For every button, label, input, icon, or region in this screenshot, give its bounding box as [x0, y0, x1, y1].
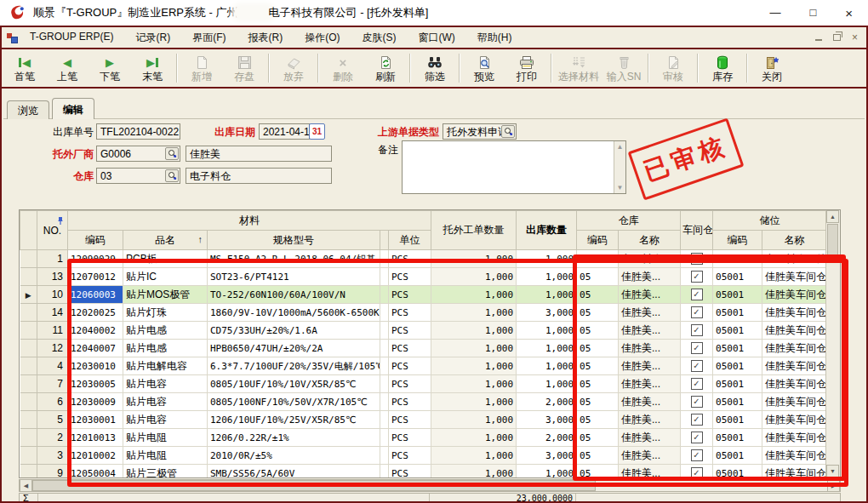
cell-wh-code[interactable]: 05 [577, 411, 619, 429]
cell-out-qty[interactable]: 3,000 [517, 447, 577, 465]
cell-name[interactable]: 贴片电容 [123, 393, 208, 411]
out-date-field[interactable]: 2021-04-15 [259, 123, 310, 140]
checkbox-checked-icon[interactable]: ✓ [691, 271, 703, 283]
checkbox-checked-icon[interactable]: ✓ [691, 360, 703, 372]
cell-code[interactable]: 12020025 [68, 304, 123, 322]
cell-name[interactable]: 贴片IC [123, 268, 208, 286]
header-wh-code[interactable]: 编码 [577, 231, 619, 250]
cell-out-qty[interactable]: 3,000 [517, 411, 577, 429]
cell-order-qty[interactable]: 1,000 [431, 375, 517, 393]
cell-wh-name[interactable]: 佳胜美... [619, 357, 681, 375]
prev-record-button[interactable]: ◀上笔 [46, 51, 89, 85]
print-button[interactable]: 打印 [505, 51, 548, 85]
cell-name[interactable]: 贴片电感 [123, 322, 208, 340]
cell-loc-name[interactable]: 佳胜美车间仓 [762, 357, 825, 375]
cell-name[interactable]: 贴片灯珠 [123, 304, 208, 322]
cell-order-qty[interactable]: 1,000 [431, 250, 517, 268]
cell-no[interactable]: 6 [37, 393, 68, 411]
cell-loc-code[interactable]: 05001 [713, 268, 762, 286]
table-row[interactable]: 412030010贴片电解电容6.3*7.7/100UF/20%/35V/电解/… [20, 357, 826, 375]
menu-item-6[interactable]: 窗口(W) [418, 31, 454, 45]
shop-warehouse-cell[interactable]: ✓ [681, 268, 713, 286]
vendor-code-field[interactable]: G0006 [96, 146, 180, 162]
cell-loc-code[interactable]: 05001 [713, 447, 762, 465]
header-narrow[interactable] [380, 231, 389, 250]
last-record-button[interactable]: ▶末笔 [131, 51, 174, 85]
cell-wh-name[interactable]: 佳胜美... [619, 411, 681, 429]
cell-out-qty[interactable]: 3,000 [517, 304, 577, 322]
cell-loc-name[interactable]: 佳胜美车间仓 [762, 304, 825, 322]
table-row[interactable]: 1212040007贴片电感HPB0650/47UH/±20%/2APCS1,0… [20, 340, 826, 357]
cell-order-qty[interactable]: 1,000 [431, 447, 517, 465]
row-indicator-cell[interactable] [20, 322, 37, 340]
cell-code[interactable]: 12090029 [68, 250, 123, 268]
cell-wh-name[interactable]: 佳胜美... [619, 268, 681, 286]
cell-loc-name[interactable]: 佳胜美车间仓 [762, 447, 825, 465]
row-indicator-cell[interactable] [20, 304, 37, 322]
row-indicator-cell[interactable] [20, 357, 37, 375]
cell-loc-code[interactable]: 05001 [713, 393, 762, 411]
cell-spec[interactable]: HPB0650/47UH/±20%/2A [208, 340, 380, 357]
scroll-down-icon[interactable]: ▼ [617, 184, 624, 191]
row-indicator-cell[interactable] [20, 250, 37, 268]
menu-item-4[interactable]: 操作(O) [305, 31, 340, 45]
narrow-cell[interactable] [380, 429, 389, 447]
cell-name[interactable]: 贴片电阻 [123, 447, 208, 465]
cell-no[interactable]: 5 [37, 411, 68, 429]
cell-loc-code[interactable]: 05001 [713, 304, 762, 322]
cell-loc-code[interactable]: 03001 [713, 250, 762, 268]
upstream-type-field[interactable]: 托外发料申请 [443, 123, 517, 140]
narrow-cell[interactable] [380, 447, 389, 465]
shop-warehouse-cell[interactable]: ✓ [681, 447, 713, 465]
checkbox-checked-icon[interactable]: ✓ [691, 378, 703, 390]
cell-spec[interactable]: 0805/10UF/10%/10V/X5R/85℃ [208, 375, 380, 393]
warehouse-code-field[interactable]: 03 [96, 168, 180, 184]
cell-code[interactable]: 12030005 [68, 375, 123, 393]
remark-textarea[interactable]: ▲ ▼ [402, 140, 626, 194]
cell-loc-name[interactable]: 佳胜美车间仓 [762, 375, 825, 393]
narrow-cell[interactable] [380, 340, 389, 357]
cell-spec[interactable]: 1206/0.22R/±1% [208, 429, 380, 447]
narrow-cell[interactable] [380, 411, 389, 429]
cell-wh-name[interactable]: 佳胜美... [619, 286, 681, 304]
cell-no[interactable]: 2 [37, 429, 68, 447]
checkbox-unchecked-icon[interactable] [691, 253, 703, 265]
cell-wh-code[interactable]: 05 [577, 393, 619, 411]
calendar-button[interactable]: 31 [309, 123, 325, 140]
minimize-button[interactable]: — [769, 6, 780, 20]
header-order-qty[interactable]: 托外工单数量 [431, 211, 517, 250]
preview-button[interactable]: 预览 [463, 51, 505, 85]
cell-wh-code[interactable]: 05 [577, 304, 619, 322]
remark-scrollbar[interactable]: ▲ ▼ [614, 141, 625, 193]
scroll-up-icon[interactable]: ▲ [826, 210, 839, 223]
cell-no[interactable]: 4 [37, 357, 68, 375]
header-loc-code[interactable]: 编码 [713, 231, 762, 250]
row-indicator-cell[interactable] [20, 340, 37, 357]
cell-name[interactable]: 贴片电容 [123, 375, 208, 393]
cell-wh-name[interactable]: 佳胜美... [619, 322, 681, 340]
narrow-cell[interactable] [380, 375, 389, 393]
table-row[interactable]: 712030005贴片电容0805/10UF/10%/10V/X5R/85℃PC… [20, 375, 826, 393]
cell-wh-code[interactable]: 05 [577, 322, 619, 340]
cell-wh-code[interactable]: 05 [577, 375, 619, 393]
shop-warehouse-cell[interactable]: ✓ [681, 465, 713, 478]
filter-button[interactable]: 筛选 [414, 51, 456, 85]
cell-code[interactable]: 12040002 [68, 322, 123, 340]
cell-unit[interactable]: PCS [389, 357, 431, 375]
cell-wh-name[interactable]: 佳胜美... [619, 429, 681, 447]
cell-code[interactable]: 12060003 [68, 286, 123, 304]
cell-loc-name[interactable]: 电子料仓一储 [762, 250, 825, 268]
cell-unit[interactable]: PCS [389, 268, 431, 286]
cell-spec[interactable]: 1860/9V-10V/1000mA/5600K-6500K... [208, 304, 380, 322]
row-indicator-cell[interactable] [20, 411, 37, 429]
cell-order-qty[interactable]: 1,000 [431, 429, 517, 447]
cell-out-qty[interactable]: 1,000 [517, 340, 577, 357]
cell-unit[interactable]: PCS [389, 411, 431, 429]
cell-name[interactable]: 贴片电感 [123, 340, 208, 357]
header-shop-warehouse[interactable]: 车间仓 [681, 211, 713, 250]
table-row[interactable]: 312010002贴片电阻2010/0R/±5%PCS1,0003,00005佳… [20, 447, 826, 465]
cell-order-qty[interactable]: 1,000 [431, 286, 517, 304]
cell-out-qty[interactable]: 1,000 [517, 286, 577, 304]
row-indicator-cell[interactable] [20, 375, 37, 393]
scroll-up-icon[interactable]: ▲ [617, 143, 624, 151]
